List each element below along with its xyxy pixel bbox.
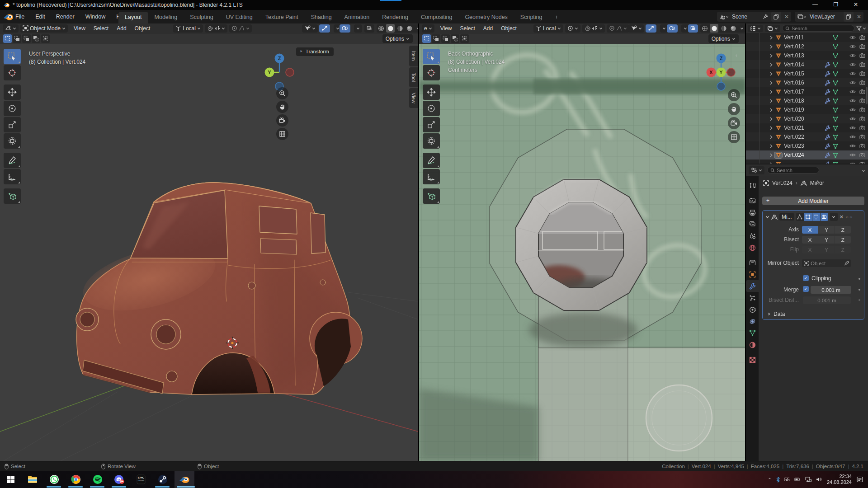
expand-icon[interactable]	[767, 36, 774, 40]
toggle-realtime-icon[interactable]	[812, 213, 820, 221]
hide-eye-icon[interactable]	[848, 98, 857, 103]
overlays-dropdown[interactable]	[354, 24, 362, 33]
properties-options[interactable]	[862, 166, 865, 174]
pan-button[interactable]	[276, 101, 288, 113]
camera-view-button[interactable]	[276, 114, 288, 127]
pin-icon[interactable]	[760, 12, 770, 22]
select-mode-intersect[interactable]	[460, 34, 469, 43]
outliner-display-mode[interactable]	[748, 25, 763, 32]
expand-icon[interactable]	[765, 215, 769, 219]
select-mode-extend[interactable]	[432, 34, 440, 43]
delete-scene-icon[interactable]: ✕	[782, 12, 791, 22]
tray-expand-icon[interactable]: ⌃	[768, 477, 771, 482]
menu-file[interactable]: File	[15, 14, 24, 20]
hide-eye-icon[interactable]	[848, 44, 857, 49]
eyedropper-icon[interactable]	[844, 261, 849, 266]
snap-toggle[interactable]	[205, 24, 227, 33]
ortho-toggle-button[interactable]	[276, 128, 288, 140]
workspace-tab-sculpting[interactable]: Sculpting	[184, 12, 219, 23]
tool-add-cube[interactable]	[4, 188, 21, 204]
workspace-tab-geometry-nodes[interactable]: Geometry Nodes	[458, 12, 514, 23]
transform-panel-header[interactable]: ‣Transform	[296, 47, 334, 56]
outliner-filter-image[interactable]	[765, 25, 780, 32]
expand-icon[interactable]	[767, 45, 774, 49]
overlays-toggle[interactable]	[340, 24, 350, 33]
shading-material[interactable]	[396, 24, 404, 33]
notifications-icon[interactable]	[856, 476, 863, 483]
tool-measure[interactable]	[423, 169, 440, 184]
workspace-tab-layout[interactable]: Layout	[118, 12, 148, 23]
tool-move[interactable]	[4, 84, 21, 100]
data-subpanel[interactable]: Data	[767, 311, 785, 317]
merge-checkbox[interactable]: ✓	[803, 286, 809, 292]
properties-search[interactable]: Search	[767, 167, 819, 174]
outliner-item-vert.024[interactable]: Vert.024	[746, 150, 868, 160]
restore-button[interactable]: ❐	[828, 0, 844, 10]
taskbar-windows-start[interactable]	[5, 474, 17, 485]
tool-add-cube[interactable]	[423, 188, 440, 204]
animate-dot[interactable]	[859, 278, 860, 280]
hide-eye-icon[interactable]	[848, 53, 857, 58]
sidebar-tab-view[interactable]: View	[409, 88, 418, 108]
right-nav-gizmo[interactable]: Z X Y	[700, 42, 743, 91]
pivot-point[interactable]	[565, 24, 580, 33]
disable-render-icon[interactable]	[857, 143, 867, 149]
expand-icon[interactable]	[767, 135, 774, 139]
properties-tab-scene[interactable]	[746, 230, 759, 242]
close-button[interactable]: ✕	[848, 0, 863, 10]
select-mode-intersect[interactable]	[41, 34, 50, 43]
taskbar-file-explorer[interactable]	[27, 474, 38, 485]
left-options-button[interactable]: Options	[382, 34, 413, 43]
zoom-button[interactable]	[276, 87, 288, 99]
breadcrumb-object[interactable]: Vert.024	[772, 180, 793, 186]
modifier-close-icon[interactable]: ✕	[840, 214, 844, 220]
menu-render[interactable]: Render	[56, 14, 75, 20]
shading-solid[interactable]	[710, 24, 718, 33]
tool-cursor[interactable]	[423, 65, 440, 80]
outliner-item-vert.011[interactable]: Vert.011	[746, 33, 868, 42]
axis-z[interactable]: Z	[835, 226, 851, 234]
expand-icon[interactable]	[767, 108, 774, 112]
outliner-filter[interactable]	[856, 26, 866, 31]
expand-icon[interactable]	[767, 99, 774, 103]
properties-editor-type[interactable]	[749, 166, 764, 174]
clipping-checkbox[interactable]: ✓	[803, 275, 809, 281]
taskbar-blender[interactable]	[179, 474, 190, 485]
battery-percent[interactable]: 55	[784, 477, 790, 482]
xray-toggle[interactable]	[688, 24, 698, 33]
animate-dot[interactable]	[859, 289, 860, 291]
scene-selector[interactable]: Scene ✕	[717, 12, 791, 22]
workspace-tab-uv-editing[interactable]: UV Editing	[220, 12, 259, 23]
tool-rotate[interactable]	[423, 101, 440, 116]
merge-value-field[interactable]: 0.001 m	[811, 286, 851, 294]
overlays-toggle[interactable]	[667, 24, 678, 33]
expand-icon[interactable]	[767, 153, 774, 157]
outliner-item-vert.014[interactable]: Vert.014	[746, 60, 868, 69]
shading-material[interactable]	[719, 24, 728, 33]
modifier-name-field[interactable]: Mi...	[779, 213, 794, 221]
bisect-x[interactable]: X	[802, 236, 818, 244]
left-nav-gizmo[interactable]: Z Y	[249, 42, 298, 91]
pin-icon[interactable]	[814, 180, 820, 186]
proportional-editing[interactable]	[607, 24, 629, 33]
shading-rendered[interactable]	[405, 24, 414, 33]
transform-orientation[interactable]: Local	[533, 24, 563, 33]
sidebar-tab-item[interactable]: Item	[409, 46, 418, 66]
volume-icon[interactable]	[816, 477, 822, 482]
menu-select[interactable]: Select	[90, 25, 113, 32]
tool-annotate[interactable]	[423, 153, 440, 168]
modifier-drag-handle[interactable]: ⁙⁙	[845, 215, 853, 219]
power-icon[interactable]	[794, 477, 801, 482]
menu-window[interactable]: Window	[85, 14, 105, 20]
tool-measure[interactable]	[4, 169, 21, 184]
properties-tab-viewlayer[interactable]	[746, 218, 759, 230]
select-mode-extend[interactable]	[13, 34, 21, 43]
expand-icon[interactable]	[767, 90, 774, 94]
disable-render-icon[interactable]	[857, 35, 867, 40]
expand-icon[interactable]	[767, 54, 774, 58]
select-mode-new[interactable]	[3, 34, 12, 43]
gizmos-toggle[interactable]	[319, 24, 330, 33]
properties-tab-tool[interactable]	[746, 180, 759, 192]
show-gizmo-toggle[interactable]	[302, 24, 318, 33]
toggle-editmode-icon[interactable]	[804, 213, 812, 221]
